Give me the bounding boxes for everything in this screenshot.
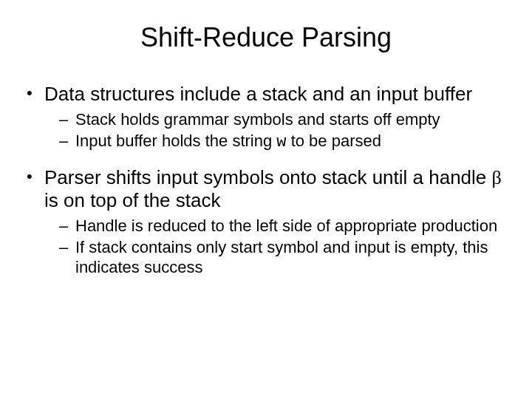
sub-text: Handle is reduced to the left side of ap… <box>75 216 497 235</box>
bullet-text-pre: Parser shifts input symbols onto stack u… <box>44 166 492 188</box>
sub-text: If stack contains only start symbol and … <box>75 238 488 276</box>
bullet-text-post: is on top of the stack <box>44 189 220 211</box>
symbol-beta: β <box>492 167 502 188</box>
sub-text: Stack holds grammar symbols and starts o… <box>75 110 440 129</box>
sub-item: Input buffer holds the string w to be pa… <box>59 132 510 153</box>
slide-title: Shift-Reduce Parsing <box>22 22 510 53</box>
sub-item: Stack holds grammar symbols and starts o… <box>59 110 510 130</box>
sub-list: Handle is reduced to the left side of ap… <box>59 216 510 277</box>
sub-item: If stack contains only start symbol and … <box>59 238 510 278</box>
bullet-item: Parser shifts input symbols onto stack u… <box>27 166 510 278</box>
sub-text-post: to be parsed <box>287 132 381 150</box>
slide: Shift-Reduce Parsing Data structures inc… <box>0 0 532 399</box>
sub-list: Stack holds grammar symbols and starts o… <box>59 110 510 153</box>
bullet-item: Data structures include a stack and an i… <box>27 83 510 153</box>
symbol-w: w <box>276 133 286 151</box>
bullet-list: Data structures include a stack and an i… <box>27 83 510 278</box>
bullet-text: Data structures include a stack and an i… <box>44 83 472 105</box>
sub-item: Handle is reduced to the left side of ap… <box>59 216 510 236</box>
sub-text-pre: Input buffer holds the string <box>75 132 276 150</box>
